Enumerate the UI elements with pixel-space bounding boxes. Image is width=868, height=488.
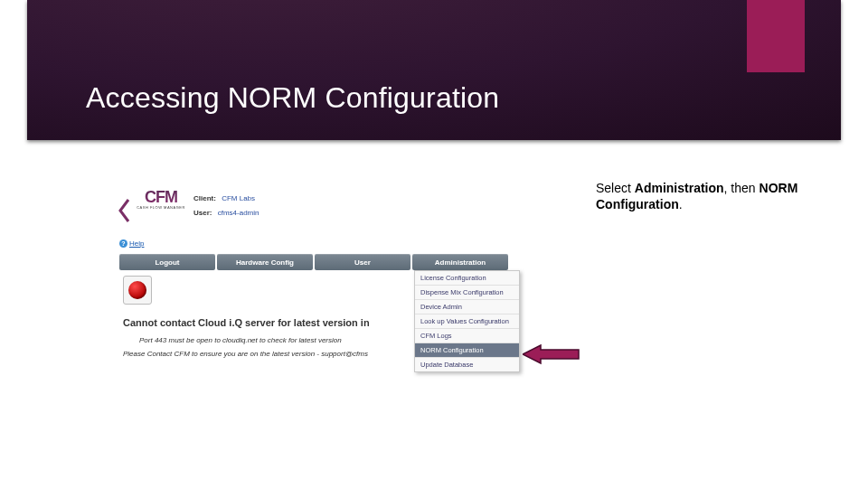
caption-bold-administration: Administration: [635, 181, 724, 195]
record-icon[interactable]: [123, 276, 152, 305]
client-row: Client: CFM Labs: [193, 194, 255, 202]
instruction-caption: Select Administration, then NORM Configu…: [596, 181, 849, 212]
nav-user[interactable]: User: [315, 254, 410, 270]
back-chevron-icon[interactable]: [118, 198, 130, 223]
error-line2: Please Contact CFM to ensure you are on …: [123, 350, 368, 358]
error-line1: Port 443 must be open to cloudiq.net to …: [139, 336, 342, 344]
administration-dropdown: License Configuration Dispense Mix Confi…: [414, 270, 520, 372]
nav-administration[interactable]: Administration: [412, 254, 508, 270]
slide-title-banner: [27, 0, 841, 140]
nav-bar: Logout Hardware Config User Administrati…: [119, 254, 510, 270]
user-label: User:: [193, 209, 212, 217]
caption-text-post: .: [679, 197, 683, 211]
logo-text: CFM: [134, 188, 188, 207]
app-logo: CFM CASH FLOW MANAGER: [134, 188, 188, 210]
menu-dispense-mix-configuration[interactable]: Dispense Mix Configuration: [415, 285, 519, 299]
help-icon: ?: [119, 239, 127, 248]
menu-update-database[interactable]: Update Database: [415, 357, 519, 371]
record-dot-icon: [128, 281, 146, 299]
client-value: CFM Labs: [222, 194, 255, 202]
help-label: Help: [129, 239, 144, 248]
bookmark-accent: [747, 0, 805, 72]
user-value: cfms4-admin: [218, 209, 259, 217]
logo-subtext: CASH FLOW MANAGER: [134, 205, 188, 210]
caption-text-pre: Select: [596, 181, 635, 195]
menu-lookup-values-configuration[interactable]: Look up Values Configuration: [415, 314, 519, 328]
menu-license-configuration[interactable]: License Configuration: [415, 271, 519, 285]
nav-hardware-config[interactable]: Hardware Config: [217, 254, 313, 270]
help-link[interactable]: ?Help: [119, 239, 144, 248]
error-title: Cannot contact Cloud i.Q server for late…: [123, 317, 370, 328]
embedded-screenshot: CFM CASH FLOW MANAGER Client: CFM Labs U…: [114, 183, 566, 427]
menu-norm-configuration[interactable]: NORM Configuration: [415, 343, 519, 357]
menu-device-admin[interactable]: Device Admin: [415, 299, 519, 314]
nav-logout[interactable]: Logout: [119, 254, 215, 270]
caption-text-mid: , then: [724, 181, 760, 195]
user-row: User: cfms4-admin: [193, 209, 259, 217]
menu-cfm-logs[interactable]: CFM Logs: [415, 328, 519, 343]
client-label: Client:: [193, 194, 216, 202]
slide-title: Accessing NORM Configuration: [86, 81, 499, 115]
